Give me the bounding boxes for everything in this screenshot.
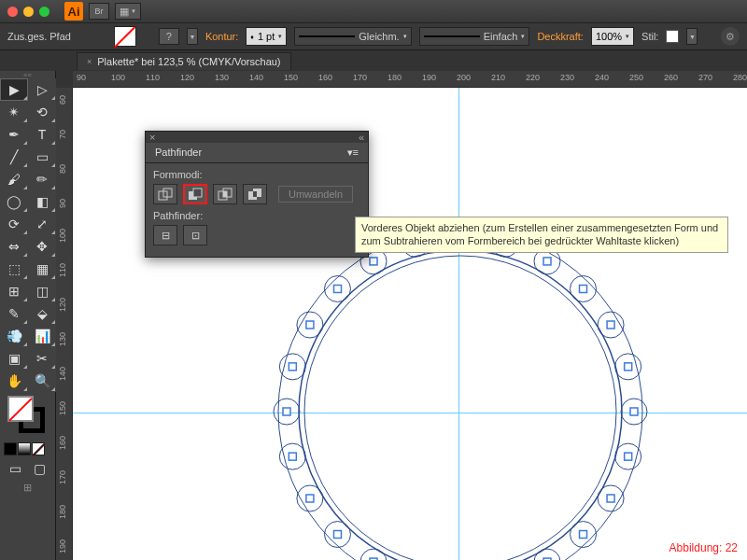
svg-rect-44 xyxy=(306,321,314,329)
figure-caption: Abbildung: 22 xyxy=(669,541,738,554)
edit-toolbar-button[interactable]: ⊞ xyxy=(0,478,55,497)
tooltip: Vorderes Objekt abziehen (zum Erstellen … xyxy=(355,217,728,253)
chevron-down-icon: ▾ xyxy=(278,33,282,40)
panel-menu-button[interactable]: ⚙ xyxy=(721,27,740,46)
style-label: Stil: xyxy=(641,31,658,42)
style-swatch[interactable] xyxy=(666,30,679,43)
line-preview-icon xyxy=(299,35,355,37)
symbol-sprayer-tool[interactable]: 💨 xyxy=(0,325,28,347)
mesh-tool[interactable]: ⊞ xyxy=(0,280,28,302)
stroke-swatch[interactable]: ? xyxy=(159,28,179,45)
toolbox: «« ▶ ▷ ✴ ⟲ ✒ T ╱ ▭ 🖌 ✏ ◯ ◧ ⟳ ⤢ ⇔ ✥ ⬚ ▦ ⊞… xyxy=(0,71,56,560)
svg-rect-40 xyxy=(283,408,290,415)
gradient-mode-button[interactable] xyxy=(18,442,31,455)
close-panel-icon[interactable]: × xyxy=(149,132,155,143)
help-icon: ? xyxy=(166,31,172,42)
expand-button[interactable]: Umwandeln xyxy=(278,186,353,203)
swatch-dropdown[interactable]: ▼ xyxy=(187,28,198,45)
document-tab[interactable]: × Plakette* bei 123,5 % (CMYK/Vorschau) xyxy=(77,52,291,70)
variable-width-profile[interactable]: Gleichm.▾ xyxy=(294,27,411,46)
close-window-button[interactable] xyxy=(7,7,18,17)
pathfinder-panel[interactable]: × « Pathfinder ▾≡ Formmodi: Umwandeln Pa… xyxy=(145,131,369,258)
minus-front-button[interactable] xyxy=(183,184,207,204)
kontur-label[interactable]: Kontur: xyxy=(205,31,238,42)
shape-builder-tool[interactable]: ⬚ xyxy=(0,258,28,280)
scale-tool[interactable]: ⤢ xyxy=(28,213,56,235)
none-mode-button[interactable] xyxy=(32,442,45,455)
magic-wand-tool[interactable]: ✴ xyxy=(0,101,28,123)
opacity-input[interactable]: 100%▾ xyxy=(591,27,634,46)
opacity-label[interactable]: Deckkraft: xyxy=(537,31,584,42)
perspective-tool[interactable]: ▦ xyxy=(28,258,56,280)
selection-tool[interactable]: ▶ xyxy=(0,78,28,101)
intersect-button[interactable] xyxy=(213,184,237,204)
maximize-window-button[interactable] xyxy=(39,7,49,17)
blend-tool[interactable]: ⬙ xyxy=(28,302,56,325)
document-title: Plakette* bei 123,5 % (CMYK/Vorschau) xyxy=(97,56,280,67)
panel-drag-bar[interactable]: × « xyxy=(146,132,368,143)
type-tool[interactable]: T xyxy=(28,123,56,146)
direct-selection-tool[interactable]: ▷ xyxy=(28,78,56,101)
chevron-down-icon: ▾ xyxy=(626,33,629,40)
shape-modes-label: Formmodi: xyxy=(153,169,360,180)
brush-definition[interactable]: Einfach▾ xyxy=(419,27,530,46)
screen-mode-full[interactable]: ▢ xyxy=(28,459,52,478)
fill-stroke-control[interactable] xyxy=(0,392,55,442)
close-tab-icon[interactable]: × xyxy=(87,57,92,66)
svg-rect-36 xyxy=(306,495,314,502)
svg-rect-57 xyxy=(223,191,227,197)
svg-rect-16 xyxy=(630,408,638,415)
artboard-tool[interactable]: ▣ xyxy=(0,347,28,370)
slice-tool[interactable]: ✂ xyxy=(28,347,56,370)
panel-menu-icon[interactable]: ▾≡ xyxy=(347,147,359,159)
stroke-weight-input[interactable]: ♦1 pt▾ xyxy=(246,27,287,46)
ruler-vertical[interactable]: 60708090100110120130140150160170180190 xyxy=(56,88,73,560)
control-bar: Zus.ges. Pfad ? ▼ Kontur: ♦1 pt▾ Gleichm… xyxy=(0,22,747,50)
eyedropper-tool[interactable]: ✎ xyxy=(0,302,28,325)
exclude-button[interactable] xyxy=(243,184,267,204)
svg-point-2 xyxy=(304,256,616,560)
artwork-seal[interactable] xyxy=(269,209,661,560)
svg-rect-8 xyxy=(543,258,551,265)
gradient-tool[interactable]: ◫ xyxy=(28,280,56,302)
minimize-window-button[interactable] xyxy=(23,7,34,17)
paintbrush-tool[interactable]: 🖌 xyxy=(0,168,28,190)
line-tool[interactable]: ╱ xyxy=(0,146,28,168)
svg-rect-46 xyxy=(333,285,341,292)
svg-point-1 xyxy=(299,250,622,560)
blob-brush-tool[interactable]: ◯ xyxy=(0,190,28,213)
divide-button[interactable]: ⊟ xyxy=(153,225,177,245)
chevron-down-icon: ▾ xyxy=(403,33,407,40)
collapse-panel-icon[interactable]: « xyxy=(359,132,364,143)
bridge-button[interactable]: Br xyxy=(89,3,109,20)
unite-button[interactable] xyxy=(153,184,177,204)
fill-color-box[interactable] xyxy=(7,396,34,422)
screen-mode-normal[interactable]: ▭ xyxy=(4,459,28,478)
eraser-tool[interactable]: ◧ xyxy=(28,190,56,213)
pen-tool[interactable]: ✒ xyxy=(0,123,28,146)
svg-rect-38 xyxy=(289,453,296,460)
width-tool[interactable]: ⇔ xyxy=(0,235,28,258)
arrange-docs-button[interactable]: ▦▼ xyxy=(115,3,141,20)
svg-rect-34 xyxy=(333,531,341,539)
trim-button[interactable]: ⊡ xyxy=(183,225,207,245)
graph-tool[interactable]: 📊 xyxy=(28,325,56,347)
app-logo: Ai xyxy=(64,2,83,21)
rotate-tool[interactable]: ⟳ xyxy=(0,213,28,235)
pencil-tool[interactable]: ✏ xyxy=(28,168,56,190)
lasso-tool[interactable]: ⟲ xyxy=(28,101,56,123)
style-dropdown[interactable]: ▼ xyxy=(686,28,698,45)
svg-rect-42 xyxy=(289,363,296,371)
svg-rect-48 xyxy=(370,258,377,265)
ruler-horizontal[interactable]: 9010011012013014015016017018019020021022… xyxy=(73,71,747,88)
zoom-tool[interactable]: 🔍 xyxy=(28,370,56,392)
rectangle-tool[interactable]: ▭ xyxy=(28,146,56,168)
color-mode-button[interactable] xyxy=(4,442,17,455)
fill-swatch[interactable] xyxy=(114,26,136,47)
hand-tool[interactable]: ✋ xyxy=(0,370,28,392)
chevron-down-icon: ▾ xyxy=(521,33,525,40)
window-titlebar: Ai Br ▦▼ xyxy=(0,0,747,22)
free-transform-tool[interactable]: ✥ xyxy=(28,235,56,258)
panel-tab[interactable]: Pathfinder ▾≡ xyxy=(146,143,368,163)
svg-rect-22 xyxy=(580,531,587,539)
